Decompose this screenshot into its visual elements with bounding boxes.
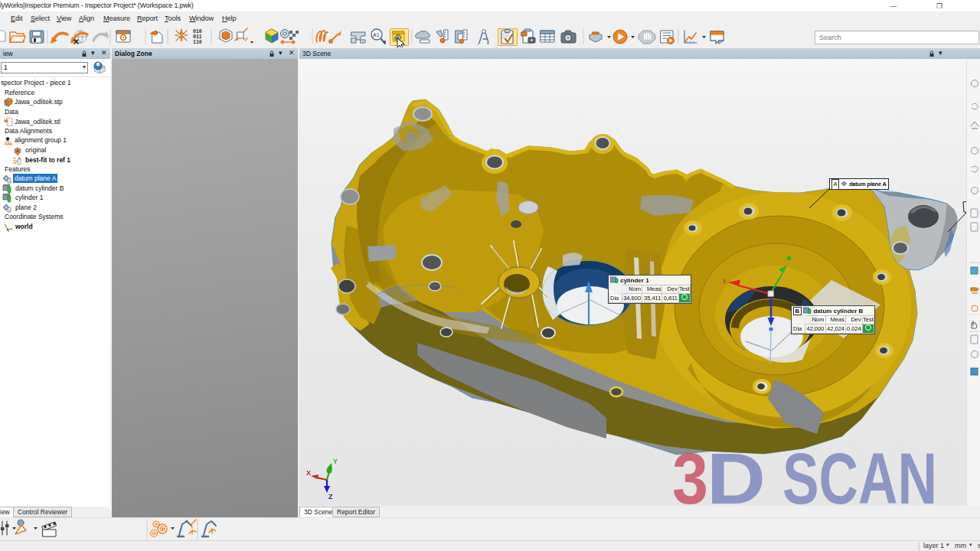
svg-text:X: X — [306, 469, 311, 477]
svg-text:x: x — [723, 277, 727, 285]
svg-text:A1: A1 — [373, 32, 380, 37]
svg-text:D: D — [707, 438, 766, 506]
svg-text:Y: Y — [333, 458, 338, 465]
svg-text:011: 011 — [193, 34, 202, 40]
svg-text:010: 010 — [193, 29, 202, 34]
svg-text:SCAN: SCAN — [782, 438, 937, 506]
svg-text:3: 3 — [672, 438, 708, 506]
svg-text:110: 110 — [193, 40, 202, 45]
svg-text:Z: Z — [328, 493, 333, 500]
